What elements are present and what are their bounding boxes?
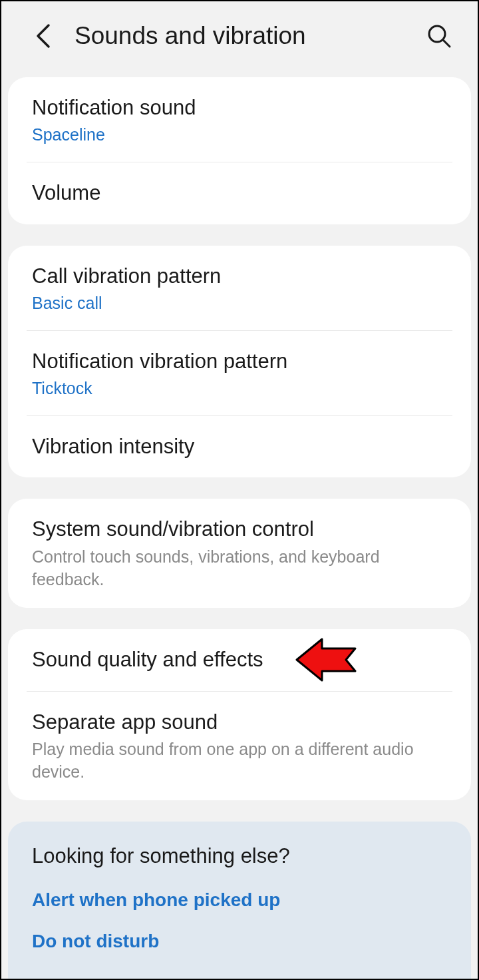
suggestion-link-do-not-disturb[interactable]: Do not disturb [32, 931, 447, 952]
settings-group: Sound quality and effects Separate app s… [8, 629, 471, 800]
suggestion-link-alert-when-phone-picked-up[interactable]: Alert when phone picked up [32, 889, 447, 911]
setting-value: Spaceline [32, 125, 447, 144]
suggestions-card: Looking for something else? Alert when p… [8, 822, 471, 979]
back-icon[interactable] [28, 21, 57, 51]
settings-group: System sound/vibration control Control t… [8, 499, 471, 608]
setting-title: Separate app sound [32, 709, 447, 736]
setting-volume[interactable]: Volume [8, 162, 471, 224]
setting-title: System sound/vibration control [32, 516, 447, 543]
setting-value: Basic call [32, 294, 447, 313]
setting-vibration-intensity[interactable]: Vibration intensity [8, 416, 471, 477]
setting-separate-app-sound[interactable]: Separate app sound Play media sound from… [8, 692, 471, 801]
setting-notification-sound[interactable]: Notification sound Spaceline [8, 77, 471, 162]
setting-title: Volume [32, 180, 447, 206]
settings-group: Call vibration pattern Basic call Notifi… [8, 246, 471, 478]
setting-notification-vibration-pattern[interactable]: Notification vibration pattern Ticktock [8, 331, 471, 415]
settings-content: Notification sound Spaceline Volume Call… [1, 71, 478, 979]
page-title: Sounds and vibration [75, 22, 424, 50]
setting-title: Sound quality and effects [32, 646, 447, 673]
settings-group: Notification sound Spaceline Volume [8, 77, 471, 224]
setting-description: Control touch sounds, vibrations, and ke… [32, 546, 447, 591]
setting-system-sound-vibration-control[interactable]: System sound/vibration control Control t… [8, 499, 471, 608]
search-icon[interactable] [424, 21, 454, 51]
setting-title: Notification sound [32, 95, 447, 121]
setting-sound-quality-and-effects[interactable]: Sound quality and effects [8, 629, 471, 690]
setting-call-vibration-pattern[interactable]: Call vibration pattern Basic call [8, 246, 471, 330]
setting-description: Play media sound from one app on a diffe… [32, 738, 447, 784]
setting-title: Notification vibration pattern [32, 348, 447, 375]
setting-title: Call vibration pattern [32, 263, 447, 290]
suggestions-title: Looking for something else? [32, 844, 447, 868]
svg-line-1 [443, 40, 450, 47]
page-header: Sounds and vibration [1, 1, 478, 71]
setting-value: Ticktock [32, 379, 447, 398]
setting-title: Vibration intensity [32, 433, 447, 460]
